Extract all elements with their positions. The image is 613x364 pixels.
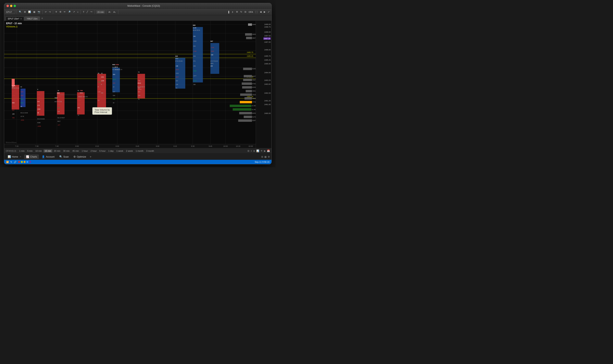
tf-20min[interactable]: 20 min [53,149,62,153]
price-2487-25: 2487.25 [263,37,271,40]
grid-icon[interactable]: ⊞ [23,10,27,13]
eye-icon[interactable]: 👁 [260,150,263,152]
toolbar: EPU7 🔍 ⊞ 📊 ▦ 📷 ↩ ↪ ✛ ⚙ ✏ 🔎 ↗ + T ╱ 〜 15 … [4,9,271,15]
line-icon[interactable]: ╱ [86,10,89,13]
candle-icon[interactable]: 🕯 [231,11,234,13]
tf-10min[interactable]: 10 min [34,149,43,153]
minimize-button[interactable] [10,5,13,7]
font-up-icon[interactable]: A↑ [108,11,112,13]
settings-icon[interactable]: ⚙ [59,10,62,13]
tf-1hour[interactable]: 1 hour [80,149,89,153]
tf-30min[interactable]: 30 min [62,149,71,153]
svg-text:667: 667 [211,40,213,42]
bar-chart-icon[interactable]: ▐ [227,11,230,13]
bottom-settings-icon[interactable]: ⚙ [268,156,270,158]
align-icon[interactable]: ≡ [251,150,252,152]
align2-icon[interactable]: ≣ [253,150,255,152]
time-845: 8:45 [136,145,139,147]
timeframe-bar: OFA®(8,3) 1 min 5 min 10 min 15 min 20 m… [4,148,271,154]
svg-text:30: 30 [98,73,99,74]
font-down-icon[interactable]: A↓ [113,11,117,13]
status-left: 📶 ↻ 🔗 [6,161,31,163]
tf-5min[interactable]: 5 min [26,149,34,153]
chart-tf-icon[interactable]: 📊 [256,150,259,152]
chart-tab-epu7[interactable]: EPU7 15m* ✕ [6,16,24,21]
tf-2week[interactable]: 2 week [125,149,134,153]
sep2 [42,10,43,14]
maximize-button[interactable] [13,5,16,7]
svg-text:3736: 3736 [12,95,15,96]
search-icon[interactable]: 🔍 [18,10,22,13]
price-2488: 2488.00 [264,31,271,33]
symbol-input[interactable]: EPU7 [5,10,15,14]
tf-1week[interactable]: 1 week [115,149,124,153]
wifi-icon: 📶 [6,161,9,163]
tf-15min[interactable]: 15 min [43,149,52,153]
svg-text:1715: 1715 [138,76,141,78]
expand-icon[interactable]: ⤢ [267,10,270,13]
bottom-grid-icon[interactable]: ⊞ [261,156,263,158]
home-tab-close[interactable]: ✕ [20,156,21,158]
price-2485-25: 2485.25 [264,59,271,61]
bottom-tab-home[interactable]: 📊 Home ✕ [6,155,23,159]
tf-6hour[interactable]: 6 hour [98,149,107,153]
grid-tf-icon[interactable]: ⊞ [247,150,249,152]
svg-text:1847: 1847 [37,97,40,99]
svg-text:1006: 1006 [101,89,104,90]
chart-tab-ymu7[interactable]: YMU7 15m [24,16,40,21]
undo-icon[interactable]: ↩ [44,10,47,13]
arrow-tf-icon[interactable]: ▶ [264,150,266,152]
bottom-tab-charts[interactable]: 📈 Charts [24,155,39,159]
svg-text:R: R [101,84,102,85]
table-icon[interactable]: ⊟ [244,10,247,13]
text-icon[interactable]: T [82,11,85,13]
plus-icon[interactable]: + [76,11,79,13]
tf-1day[interactable]: 1 day [107,149,115,153]
back-icon[interactable]: ◀ [259,10,262,13]
layout-icon[interactable]: ▦ [32,10,36,13]
svg-text:2073: 2073 [12,99,15,100]
arrow-icon[interactable]: ↗ [72,10,76,13]
time-1015: 10:15 [236,145,240,147]
add-bottom-tab[interactable]: + [89,155,92,159]
svg-text:18: 18 [57,90,59,91]
svg-text:228: 228 [57,92,60,94]
calendar-icon[interactable]: 📅 [267,150,270,152]
time-815: 8:15 [95,145,99,147]
fullscreen-icon[interactable]: ⛶ [254,11,258,13]
zoom-icon[interactable]: 🔎 [67,10,71,13]
camera-icon[interactable]: 📷 [37,10,41,13]
bottom-layout-icon[interactable]: ▦ [264,156,267,158]
timeframe-select[interactable]: 15 min [96,11,105,13]
crosshair-icon[interactable]: ✛ [54,10,58,13]
tf-3month[interactable]: 3 month [145,149,155,153]
tf-2hour[interactable]: 2 hour [89,149,98,153]
wave-icon[interactable]: 〜 [90,10,93,14]
svg-text:268: 268 [193,65,196,67]
svg-text:245: 245 [12,113,14,115]
tf-45min[interactable]: 45 min [71,149,80,153]
chart-tab-close[interactable]: ✕ [20,18,22,20]
svg-text:-377: -377 [57,124,60,126]
svg-text:46.49 53.51: 46.49 53.51 [193,29,200,31]
sep6 [106,10,106,14]
close-button[interactable] [6,5,9,7]
svg-text:-1444: -1444 [115,64,119,65]
forward-icon[interactable]: ▶ [263,10,266,13]
chart-area: EPU7 - 15 min VI(Volume,1) MotiveWave [4,21,271,148]
svg-text:1362: 1362 [37,108,40,110]
svg-text:14.2K: 14.2K [193,27,197,28]
bottom-tab-optimize[interactable]: ⚙ Optimize [71,155,88,159]
config-icon[interactable]: ⚙ [235,10,239,13]
price-2484: 2484.00 [264,72,271,74]
sync-icon[interactable]: ↻ [240,10,243,13]
tf-1min[interactable]: 1 min [18,149,26,153]
draw-icon[interactable]: ✏ [63,10,66,13]
bottom-tab-account[interactable]: 👤 Account [40,155,56,159]
add-chart-tab[interactable]: + [40,16,44,21]
price-2488-75: 2488.75 [264,26,271,28]
tf-1month[interactable]: 1 month [134,149,145,153]
redo-icon[interactable]: ↪ [48,10,52,13]
chart-icon[interactable]: 📊 [27,10,32,13]
bottom-tab-scan[interactable]: 🔍 Scan [57,155,71,159]
